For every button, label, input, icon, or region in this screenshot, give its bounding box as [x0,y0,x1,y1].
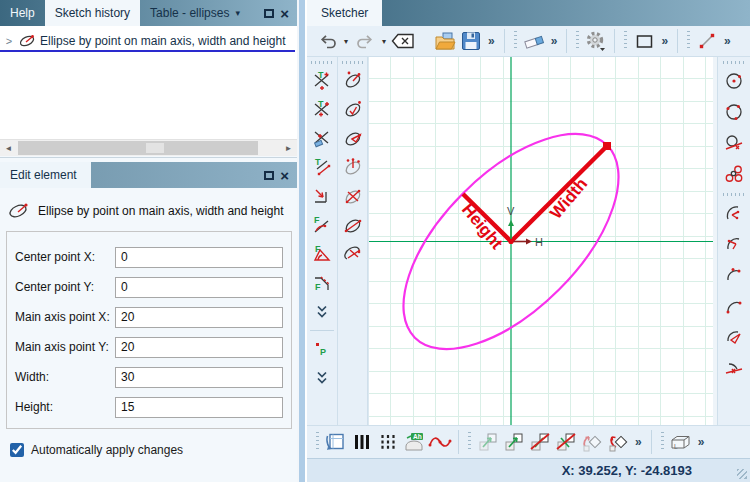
redo-button[interactable] [353,28,377,54]
circle-tangent-button[interactable] [720,128,748,158]
overflow-chevron[interactable]: » [658,34,671,48]
line-tool-icon [698,32,716,50]
elliptical-arc-button[interactable] [339,240,367,268]
resize-grip[interactable] [737,469,747,479]
tab-dropdown-icon[interactable]: ▾ [235,8,240,18]
list-item[interactable]: > Ellipse by point on main axis, width a… [0,31,295,50]
tab-sketcher[interactable]: Sketcher [307,0,382,26]
close-icon[interactable]: × [280,6,289,21]
overflow-chevron[interactable]: » [485,34,498,48]
thick-lines-button[interactable] [350,429,374,455]
maximize-icon[interactable] [264,9,274,18]
ellipse-three-points-button[interactable] [339,124,367,152]
status-bar: X: 39.252, Y: -24.8193 [307,458,750,482]
ellipse-center-points-button[interactable] [339,153,367,181]
circle-three-points-button[interactable] [720,97,748,127]
overflow-chevron[interactable]: » [721,34,734,48]
main-axis-point-marker[interactable] [603,142,611,150]
rotate-right-button[interactable] [606,429,630,455]
maximize-icon[interactable] [264,171,274,180]
undo-button[interactable] [315,28,339,54]
overflow-chevron[interactable]: » [632,435,645,449]
ellipse-main-axis-icon [343,215,363,235]
ellipse-semi-axes-icon [343,99,363,119]
edit-element-title[interactable]: Edit element [0,162,91,188]
annotation-stamp-button[interactable]: Ah [402,429,426,455]
angle-dimension-button[interactable]: F [308,240,336,268]
arc-tangent-button[interactable] [720,353,748,383]
tab-table-ellipses[interactable]: Table - ellipses ▾ [140,0,250,26]
table-view-button[interactable] [324,429,348,455]
more-tools-button[interactable] [308,298,336,326]
save-button[interactable] [459,28,483,54]
horizontal-scrollbar[interactable]: ◄ ► [0,139,297,156]
move-to-grid-button[interactable] [502,429,526,455]
corner-trim-button[interactable] [308,182,336,210]
swap-elements-alt-button[interactable] [554,429,578,455]
arc-three-points-button[interactable] [720,260,748,290]
more-tools-button[interactable] [308,364,336,392]
arc-direction-cw-button[interactable] [720,229,748,259]
toolbar-grip[interactable] [723,61,745,64]
sketch-canvas[interactable]: V H Height Width [368,57,713,425]
spline-button[interactable] [428,429,452,455]
center-point-x-input[interactable] [115,247,283,268]
delete-segment-button[interactable] [308,124,336,152]
scrollbar-thumb[interactable] [18,141,258,155]
width-input[interactable] [115,367,283,388]
ellipse-diagonal-points-button[interactable] [339,182,367,210]
scroll-left-icon[interactable]: ◄ [0,144,17,153]
ellipse-semi-axes-button[interactable] [339,95,367,123]
undo-dropdown-icon[interactable]: ▾ [341,37,351,46]
trim-extend-button[interactable]: T [308,95,336,123]
line-tool-button[interactable] [695,28,719,54]
three-circles-button[interactable] [720,159,748,189]
rectangle-tool-button[interactable] [632,28,656,54]
h-arrowhead [526,239,532,245]
tool-header: Ellipse by point on main axis, width and… [8,202,297,219]
redo-dropdown-icon[interactable]: ▾ [379,37,389,46]
chamfer-button[interactable]: F [308,269,336,297]
overflow-chevron[interactable]: » [695,435,708,449]
ellipse-tool-icon [8,202,30,219]
rotate-left-button[interactable] [580,429,604,455]
eraser-button[interactable] [522,28,546,54]
copy-to-grid-button[interactable] [476,429,500,455]
toolbar-grip[interactable] [311,61,333,64]
arc-direction-ccw-button[interactable] [720,198,748,228]
main-axis-point-x-input[interactable] [115,307,283,328]
trim-two-lines-button[interactable]: T [308,66,336,94]
angle-dimension-icon: F [312,244,332,264]
ellipse-main-axis-button[interactable] [339,211,367,239]
dashed-lines-button[interactable] [376,429,400,455]
toolbar-grip[interactable] [342,61,364,64]
backspace-delete-icon [391,33,415,49]
circle-center-radius-button[interactable] [720,66,748,96]
close-icon[interactable]: × [280,168,289,183]
angle-constraint-button[interactable]: F [308,211,336,239]
center-point-marker[interactable] [508,239,513,244]
ellipse-point-main-axis-button[interactable] [339,66,367,94]
viewport-box-button[interactable]: L [669,429,693,455]
point-tool-button[interactable]: P [308,335,336,363]
swap-elements-button[interactable] [528,429,552,455]
tab-sketch-history[interactable]: Sketch history [45,0,140,26]
delete-button[interactable] [391,28,415,54]
tree-expander-icon[interactable]: > [0,35,18,47]
tab-help[interactable]: Help [0,0,45,26]
scroll-right-icon[interactable]: ► [280,144,297,153]
panel-splitter[interactable] [297,0,307,482]
center-point-y-input[interactable] [115,277,283,298]
overflow-chevron[interactable]: » [548,34,561,48]
field-label: Width: [15,370,115,384]
arc-center-points-button[interactable] [720,291,748,321]
parallel-offset-button[interactable]: T [308,153,336,181]
arc-angle-button[interactable] [720,322,748,352]
open-file-button[interactable] [433,28,457,54]
tool-header-label: Ellipse by point on main axis, width and… [38,204,283,218]
height-input[interactable] [115,397,283,418]
toolbar-grip[interactable] [723,193,745,196]
main-axis-point-y-input[interactable] [115,337,283,358]
settings-button[interactable] [584,28,608,54]
auto-apply-checkbox[interactable] [10,443,24,457]
